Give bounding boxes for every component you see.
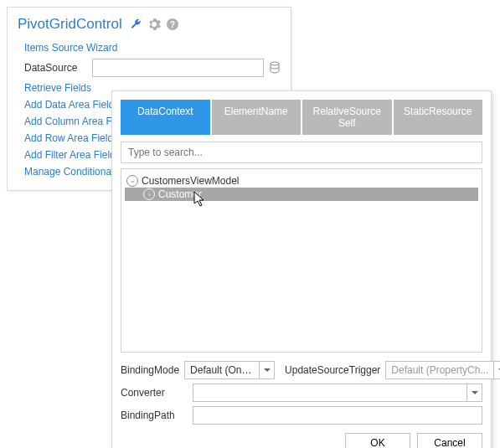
datasource-input[interactable] (92, 59, 264, 77)
binding-mode-value: Default (One... (185, 364, 259, 376)
tab-datacontext[interactable]: DataContext (121, 100, 210, 135)
update-source-trigger-value: Default (PropertyCh... (386, 364, 493, 376)
expander-icon[interactable] (143, 188, 155, 200)
binding-editor-popup: DataContext ElementName RelativeSource S… (111, 90, 492, 448)
svg-text:?: ? (170, 20, 175, 29)
ok-button[interactable]: OK (345, 433, 410, 448)
chevron-down-icon[interactable] (493, 362, 500, 378)
task-panel-header: PivotGridControl ? (8, 8, 291, 36)
tab-elementname[interactable]: ElementName (212, 100, 302, 135)
chevron-down-icon[interactable] (259, 362, 274, 378)
update-source-trigger-label: UpdateSourceTrigger (285, 364, 380, 376)
svg-point-2 (271, 62, 279, 65)
binding-path-label: BindingPath (121, 409, 188, 421)
help-icon[interactable]: ? (166, 18, 179, 31)
tab-staticresource[interactable]: StaticResource (394, 100, 483, 135)
tree-node-label: CustomersViewModel (142, 175, 240, 187)
database-icon[interactable] (269, 61, 281, 75)
datasource-label: DataSource (24, 62, 87, 74)
binding-tree[interactable]: CustomersViewModel Customer (121, 168, 482, 353)
task-panel-title: PivotGridControl (18, 16, 122, 33)
tree-row-customer[interactable]: Customer (125, 188, 478, 201)
tree-row-root[interactable]: CustomersViewModel (125, 174, 478, 188)
update-source-trigger-combo[interactable]: Default (PropertyCh... (385, 361, 500, 379)
wrench-icon[interactable] (129, 18, 142, 31)
chevron-down-icon[interactable] (466, 384, 482, 401)
gear-icon[interactable] (147, 18, 161, 31)
cancel-button[interactable]: Cancel (417, 433, 482, 448)
converter-label: Converter (121, 387, 188, 399)
tab-relativesource-self[interactable]: RelativeSource Self (302, 100, 392, 135)
search-input[interactable] (121, 142, 482, 163)
binding-mode-combo[interactable]: Default (One... (184, 361, 275, 379)
tree-node-label: Customer (158, 188, 202, 200)
tab-strip: DataContext ElementName RelativeSource S… (121, 100, 482, 135)
binding-path-input[interactable] (193, 406, 482, 425)
expander-icon[interactable] (126, 175, 138, 187)
binding-mode-label: BindingMode (121, 364, 179, 376)
link-items-source-wizard[interactable]: Items Source Wizard (24, 39, 281, 56)
converter-combo[interactable] (193, 384, 482, 402)
